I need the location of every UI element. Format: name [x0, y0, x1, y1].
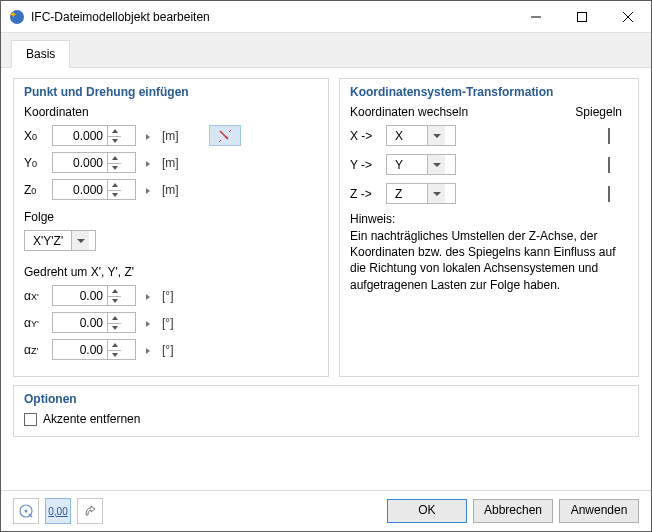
- svg-marker-19: [112, 299, 118, 303]
- y0-input[interactable]: [52, 152, 136, 173]
- y0-field[interactable]: [53, 154, 107, 172]
- remove-accents-checkbox[interactable]: [24, 413, 37, 426]
- ay-side-arrow[interactable]: [142, 316, 154, 330]
- svg-marker-15: [112, 193, 118, 197]
- ay-step-up[interactable]: [108, 313, 121, 323]
- z0-input[interactable]: [52, 179, 136, 200]
- y-to-combo[interactable]: Y: [386, 154, 456, 175]
- close-button[interactable]: [605, 1, 651, 32]
- x0-step-down[interactable]: [108, 136, 121, 146]
- svg-marker-28: [433, 163, 441, 167]
- group-coord-transformation: Koordinatensystem-Transformation Koordin…: [339, 78, 639, 377]
- x-from-label: X ->: [350, 129, 378, 143]
- coordinates-label: Koordinaten: [24, 105, 318, 119]
- sequence-label: Folge: [24, 210, 318, 224]
- ax-step-up[interactable]: [108, 286, 121, 296]
- svg-marker-6: [146, 134, 150, 140]
- z0-field[interactable]: [53, 181, 107, 199]
- svg-marker-22: [112, 326, 118, 330]
- az-step-down[interactable]: [108, 350, 121, 360]
- chevron-down-icon: [427, 184, 445, 203]
- z0-unit: [m]: [162, 183, 179, 197]
- x0-side-arrow[interactable]: [142, 129, 154, 143]
- x0-input[interactable]: [52, 125, 136, 146]
- group-title: Optionen: [24, 392, 628, 406]
- ay-step-down[interactable]: [108, 323, 121, 333]
- az-label: αZ': [24, 343, 46, 357]
- svg-marker-23: [146, 321, 150, 327]
- z0-step-up[interactable]: [108, 180, 121, 190]
- ay-unit: [°]: [162, 316, 173, 330]
- tab-basis[interactable]: Basis: [11, 40, 70, 68]
- x0-step-up[interactable]: [108, 126, 121, 136]
- app-icon: ✦: [9, 9, 25, 25]
- z0-step-down[interactable]: [108, 190, 121, 200]
- chevron-down-icon: [427, 126, 445, 145]
- z0-side-arrow[interactable]: [142, 183, 154, 197]
- svg-marker-16: [146, 188, 150, 194]
- maximize-button[interactable]: [559, 1, 605, 32]
- group-title: Koordinatensystem-Transformation: [350, 85, 628, 99]
- z-mirror-checkbox[interactable]: [608, 186, 610, 202]
- svg-marker-24: [112, 343, 118, 347]
- remove-accents-label: Akzente entfernen: [43, 412, 140, 426]
- z0-label: Z0: [24, 183, 46, 197]
- y0-unit: [m]: [162, 156, 179, 170]
- apply-button[interactable]: Anwenden: [559, 499, 639, 523]
- ax-field[interactable]: [53, 287, 107, 305]
- y0-side-arrow[interactable]: [142, 156, 154, 170]
- z-to-combo[interactable]: Z: [386, 183, 456, 204]
- titlebar: ✦ IFC-Dateimodellobjekt bearbeiten: [1, 1, 651, 32]
- x-mirror-checkbox[interactable]: [608, 128, 610, 144]
- svg-marker-11: [112, 156, 118, 160]
- x0-unit: [m]: [162, 129, 179, 143]
- ay-input[interactable]: [52, 312, 136, 333]
- cancel-button[interactable]: Abbrechen: [473, 499, 553, 523]
- az-field[interactable]: [53, 341, 107, 359]
- ax-side-arrow[interactable]: [142, 289, 154, 303]
- group-insert-point-rotation: Punkt und Drehung einfügen Koordinaten X…: [13, 78, 329, 377]
- x0-label: X0: [24, 129, 46, 143]
- az-input[interactable]: [52, 339, 136, 360]
- group-title: Punkt und Drehung einfügen: [24, 85, 318, 99]
- script-button[interactable]: [77, 498, 103, 524]
- ax-label: αX': [24, 289, 46, 303]
- svg-marker-25: [112, 353, 118, 357]
- help-button[interactable]: [13, 498, 39, 524]
- svg-marker-13: [146, 161, 150, 167]
- y0-step-up[interactable]: [108, 153, 121, 163]
- svg-marker-29: [433, 192, 441, 196]
- units-button[interactable]: 0,00: [45, 498, 71, 524]
- dialog-window: ✦ IFC-Dateimodellobjekt bearbeiten Basis…: [0, 0, 652, 532]
- x-to-combo[interactable]: X: [386, 125, 456, 146]
- x0-field[interactable]: [53, 127, 107, 145]
- footer: 0,00 OK Abbrechen Anwenden: [1, 491, 651, 531]
- ax-unit: [°]: [162, 289, 173, 303]
- az-unit: [°]: [162, 343, 173, 357]
- ay-row: αY' [°]: [24, 312, 318, 333]
- z0-row: Z0 [m]: [24, 179, 318, 200]
- ax-step-down[interactable]: [108, 296, 121, 306]
- az-side-arrow[interactable]: [142, 343, 154, 357]
- chevron-down-icon: [71, 231, 89, 250]
- rotation-label: Gedreht um X', Y', Z': [24, 265, 318, 279]
- az-step-up[interactable]: [108, 340, 121, 350]
- az-row: αZ' [°]: [24, 339, 318, 360]
- svg-marker-18: [112, 289, 118, 293]
- hint-text: Ein nachträgliches Umstellen der Z-Achse…: [350, 228, 628, 293]
- svg-line-10: [219, 140, 221, 142]
- ay-field[interactable]: [53, 314, 107, 332]
- swap-header: Koordinaten wechseln: [350, 105, 470, 119]
- svg-marker-20: [146, 294, 150, 300]
- pick-point-button[interactable]: [209, 125, 241, 146]
- ax-input[interactable]: [52, 285, 136, 306]
- minimize-button[interactable]: [513, 1, 559, 32]
- y0-label: Y0: [24, 156, 46, 170]
- sequence-value: X'Y'Z': [25, 232, 71, 250]
- svg-marker-26: [146, 348, 150, 354]
- svg-marker-17: [77, 239, 85, 243]
- y0-step-down[interactable]: [108, 163, 121, 173]
- y-mirror-checkbox[interactable]: [608, 157, 610, 173]
- sequence-combo[interactable]: X'Y'Z': [24, 230, 96, 251]
- ok-button[interactable]: OK: [387, 499, 467, 523]
